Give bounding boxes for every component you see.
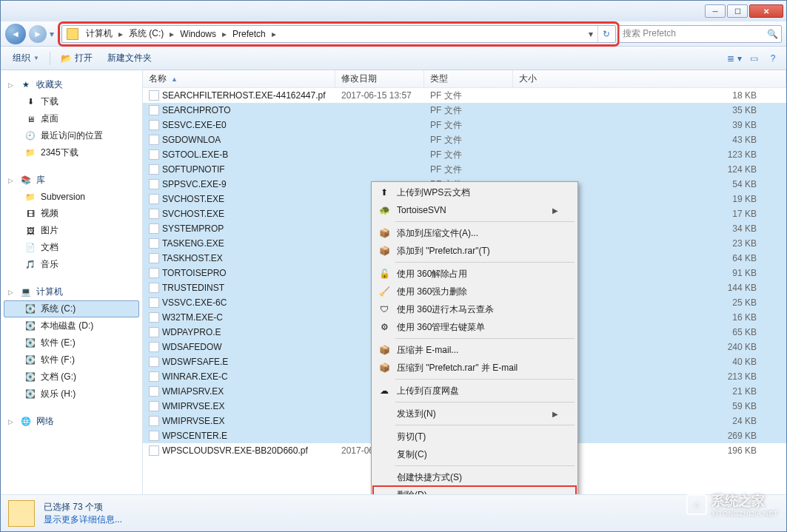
crumb-computer[interactable]: 计算机	[81, 26, 117, 42]
document-icon: 📄	[24, 242, 36, 254]
sidebar-item-desktop[interactable]: 🖥桌面	[4, 110, 139, 127]
sidebar-item-downloads[interactable]: ⬇下载	[4, 93, 139, 110]
new-folder-button[interactable]: 新建文件夹	[101, 50, 158, 67]
file-size: 39 KB	[513, 120, 786, 130]
sidebar-item-recent[interactable]: 🕘最近访问的位置	[4, 127, 139, 144]
menu-label: 压缩并 E-mail...	[397, 344, 458, 357]
menu-item[interactable]: 🛡使用 360进行木马云查杀	[373, 300, 576, 318]
preview-pane-button[interactable]: ▭	[746, 51, 761, 66]
help-button[interactable]: ?	[766, 51, 780, 66]
file-icon	[149, 312, 159, 323]
sidebar-item-drive-f[interactable]: 💽软件 (F:)	[4, 351, 139, 368]
sidebar-libraries[interactable]: ▷📚库	[4, 172, 139, 189]
file-name: TASKENG.EXE	[162, 238, 224, 249]
file-type: PF 文件	[424, 119, 513, 132]
open-button[interactable]: 📂打开	[55, 50, 98, 67]
file-name: SPPSVC.EXE-9	[162, 179, 227, 189]
file-name: SESVC.EXE-E0	[162, 120, 227, 130]
file-name: TASKHOST.EX	[162, 253, 223, 263]
menu-item[interactable]: 📦添加到压缩文件(A)...	[373, 224, 576, 242]
col-name[interactable]: 名称▲	[143, 70, 335, 87]
file-name: SEARCHPROTO	[162, 105, 230, 115]
file-icon	[149, 223, 159, 234]
star-icon: ★	[20, 79, 32, 91]
chevron-right-icon[interactable]: ▸	[117, 29, 124, 39]
menu-icon: 🐢	[378, 203, 391, 217]
file-row[interactable]: SEARCHFILTERHOST.EXE-44162447.pf2017-06-…	[143, 88, 786, 103]
file-row[interactable]: SEARCHPROTOPF 文件35 KB	[143, 103, 786, 118]
maximize-button[interactable]: ☐	[727, 4, 748, 18]
menu-label: 复制(C)	[397, 448, 427, 461]
minimize-button[interactable]: ─	[705, 4, 726, 18]
file-icon	[149, 268, 159, 278]
menu-item[interactable]: 📦压缩到 "Prefetch.rar" 并 E-mail	[373, 359, 576, 377]
search-input[interactable]: 搜索 Prefetch 🔍	[619, 25, 782, 43]
sidebar-item-subversion[interactable]: 📁Subversion	[4, 189, 139, 205]
status-details-link[interactable]: 显示更多详细信息...	[44, 514, 122, 526]
context-menu: ⬆上传到WPS云文档🐢TortoiseSVN▶📦添加到压缩文件(A)...📦添加…	[371, 181, 578, 494]
view-options-button[interactable]: ≣ ▾	[727, 51, 742, 66]
file-row[interactable]: SGDOWNLOAPF 文件43 KB	[143, 132, 786, 147]
file-icon	[149, 238, 159, 249]
refresh-button[interactable]: ↻	[597, 26, 614, 42]
file-date: 2017-06-15 13:57	[335, 90, 424, 101]
file-row[interactable]: SOFTUPNOTIFPF 文件124 KB	[143, 162, 786, 177]
col-size[interactable]: 大小	[513, 70, 786, 87]
menu-label: 创建快捷方式(S)	[397, 471, 462, 484]
menu-icon: 🧹	[378, 285, 391, 298]
file-row[interactable]: SGTOOL.EXE-BPF 文件123 KB	[143, 147, 786, 162]
back-button[interactable]: ◄	[5, 24, 26, 44]
sidebar-item-drive-g[interactable]: 💽文档 (G:)	[4, 368, 139, 385]
sidebar-item-drive-c[interactable]: 💽系统 (C:)	[4, 300, 139, 317]
menu-label: 上传到WPS云文档	[397, 186, 470, 199]
recent-icon: 🕘	[24, 130, 36, 142]
forward-button[interactable]: ►	[29, 25, 47, 43]
menu-item[interactable]: ⚙使用 360管理右键菜单	[373, 318, 576, 336]
crumb-c[interactable]: 系统 (C:)	[124, 26, 168, 42]
sidebar-item-pictures[interactable]: 🖼图片	[4, 222, 139, 239]
file-icon	[149, 342, 159, 352]
sidebar-network[interactable]: ▷🌐网络	[4, 413, 139, 430]
organize-button[interactable]: 组织▼	[7, 50, 45, 67]
menu-item[interactable]: ⬆上传到WPS云文档	[373, 183, 576, 201]
crumb-prefetch[interactable]: Prefetch	[228, 26, 270, 42]
sidebar-computer[interactable]: ▷💻计算机	[4, 283, 139, 300]
menu-item[interactable]: 删除(D)	[373, 486, 576, 494]
file-size: 35 KB	[513, 105, 786, 115]
menu-item[interactable]: 创建快捷方式(S)	[373, 468, 576, 486]
file-name: SGTOOL.EXE-B	[162, 149, 228, 160]
chevron-right-icon[interactable]: ▸	[168, 29, 175, 39]
crumb-windows[interactable]: Windows	[175, 26, 221, 42]
menu-item[interactable]: 🔓使用 360解除占用	[373, 265, 576, 283]
sidebar-item-videos[interactable]: 🎞视频	[4, 205, 139, 222]
menu-item[interactable]: ☁上传到百度网盘	[373, 382, 576, 400]
sidebar-item-drive-e[interactable]: 💽软件 (E:)	[4, 334, 139, 351]
address-bar[interactable]: 计算机▸ 系统 (C:)▸ Windows▸ Prefetch▸ ▾ ↻	[61, 25, 616, 43]
col-type[interactable]: 类型	[424, 70, 513, 87]
menu-separator	[395, 465, 575, 466]
menu-item[interactable]: 📦压缩并 E-mail...	[373, 341, 576, 359]
history-dropdown[interactable]: ▾	[50, 29, 58, 39]
sidebar-item-drive-h[interactable]: 💽娱乐 (H:)	[4, 385, 139, 403]
close-button[interactable]: ✕	[749, 4, 783, 18]
sidebar-item-music[interactable]: 🎵音乐	[4, 256, 139, 273]
menu-item[interactable]: 📦添加到 "Prefetch.rar"(T)	[373, 242, 576, 260]
sidebar-favorites[interactable]: ▷★收藏夹	[4, 76, 139, 93]
chevron-right-icon[interactable]: ▸	[221, 29, 228, 39]
menu-item[interactable]: 复制(C)	[373, 445, 576, 463]
menu-item[interactable]: 🧹使用 360强力删除	[373, 283, 576, 300]
menu-item[interactable]: 剪切(T)	[373, 428, 576, 445]
sidebar-item-drive-d[interactable]: 💽本地磁盘 (D:)	[4, 317, 139, 334]
menu-item[interactable]: 🐢TortoiseSVN▶	[373, 201, 576, 219]
file-name: SGDOWNLOA	[162, 135, 221, 145]
folder-icon	[67, 28, 78, 40]
file-row[interactable]: SESVC.EXE-E0PF 文件39 KB	[143, 118, 786, 132]
file-icon	[149, 297, 159, 308]
sidebar-item-2345[interactable]: 📁2345下载	[4, 144, 139, 161]
menu-item[interactable]: 发送到(N)▶	[373, 405, 576, 422]
sidebar-item-documents[interactable]: 📄文档	[4, 239, 139, 256]
address-dropdown[interactable]: ▾	[584, 29, 597, 39]
chevron-right-icon[interactable]: ▸	[270, 29, 278, 39]
col-date[interactable]: 修改日期	[335, 70, 424, 87]
file-icon	[149, 90, 159, 101]
